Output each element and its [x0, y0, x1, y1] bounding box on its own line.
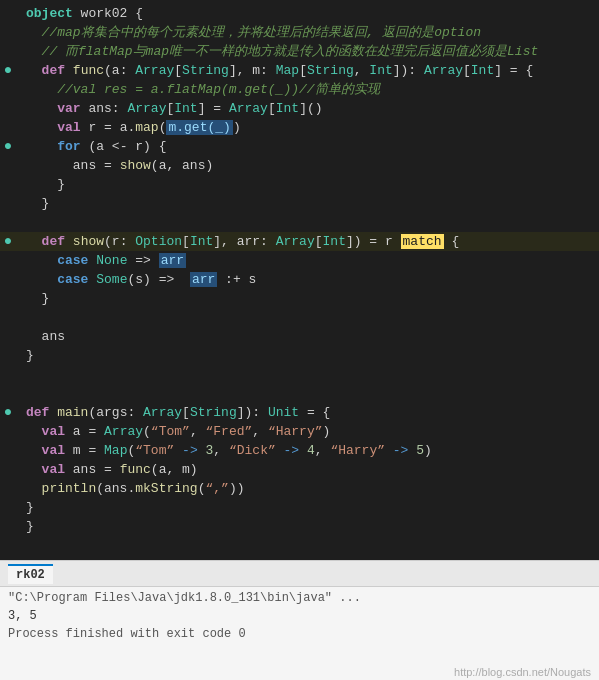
token-plain: ]) = r: [346, 234, 401, 249]
token-fn: println: [42, 481, 97, 496]
code-line: [0, 384, 599, 403]
token-plain: ans =: [26, 158, 120, 173]
token-type: Array: [143, 405, 182, 420]
token-str: “,”: [205, 481, 228, 496]
token-plain: [299, 443, 307, 458]
token-comment: //val res = a.flatMap(m.get(_))//简单的实现: [26, 82, 380, 97]
code-line: }: [0, 289, 599, 308]
run-command: "C:\Program Files\Java\jdk1.8.0_131\bin\…: [8, 591, 591, 605]
code-tokens: // 而flatMap与map唯一不一样的地方就是传入的函数在处理完后返回值必须…: [20, 42, 597, 61]
token-kw: case: [57, 272, 88, 287]
gutter-cell: ●: [0, 404, 20, 420]
code-editor: object work02 { //map将集合中的每个元素处理，并将处理后的结…: [0, 0, 599, 560]
token-plain: }: [26, 196, 49, 211]
breakpoint-dot: ●: [4, 62, 12, 78]
code-tokens: def func(a: Array[String], m: Map[String…: [20, 61, 597, 80]
token-type: Array: [104, 424, 143, 439]
output-line1: 3, 5: [8, 609, 591, 623]
token-plain: [: [315, 234, 323, 249]
token-arrow: ->: [284, 443, 300, 458]
token-type: Int: [323, 234, 346, 249]
token-plain: }: [26, 348, 34, 363]
gutter-cell: ●: [0, 62, 20, 78]
token-plain: [26, 481, 42, 496]
token-plain: [26, 443, 42, 458]
token-type: Map: [104, 443, 127, 458]
token-fn: show: [120, 158, 151, 173]
code-tokens: ans = show(a, ans): [20, 156, 597, 175]
code-line: ● for (a <- r) {: [0, 137, 599, 156]
code-tokens: val a = Array(“Tom”, “Fred”, “Harry”): [20, 422, 597, 441]
code-line: [0, 308, 599, 327]
token-plain: }: [26, 519, 34, 534]
token-plain: r = a.: [81, 120, 136, 135]
token-plain: ,: [213, 443, 229, 458]
token-type: String: [190, 405, 237, 420]
code-line: var ans: Array[Int] = Array[Int](): [0, 99, 599, 118]
code-line: }: [0, 175, 599, 194]
token-plain: (args:: [88, 405, 143, 420]
token-plain: [26, 253, 57, 268]
code-tokens: val r = a.map(m.get(_)): [20, 118, 597, 137]
token-plain: [: [463, 63, 471, 78]
token-plain: (a:: [104, 63, 135, 78]
token-type: Int: [369, 63, 392, 78]
token-kw: for: [57, 139, 80, 154]
token-str: “Harry”: [330, 443, 385, 458]
token-plain: [26, 272, 57, 287]
token-plain: }: [26, 500, 34, 515]
token-type: Array: [424, 63, 463, 78]
token-plain: [26, 120, 57, 135]
token-plain: ]):: [237, 405, 268, 420]
code-line: [0, 365, 599, 384]
token-plain: [198, 443, 206, 458]
token-plain: )): [229, 481, 245, 496]
code-line: //val res = a.flatMap(m.get(_))//简单的实现: [0, 80, 599, 99]
watermark: http://blog.csdn.net/Nougats: [454, 666, 591, 678]
token-plain: [26, 234, 42, 249]
token-plain: ] =: [198, 101, 229, 116]
token-plain: (: [143, 424, 151, 439]
token-comment: //map将集合中的每个元素处理，并将处理后的结果返回, 返回的是: [26, 25, 434, 40]
code-line: val ans = func(a, m): [0, 460, 599, 479]
bottom-tab-bar: rk02: [0, 561, 599, 587]
token-plain: [65, 234, 73, 249]
code-tokens: }: [20, 289, 597, 308]
token-fn: map: [135, 120, 158, 135]
token-str: “Dick”: [229, 443, 276, 458]
code-line: println(ans.mkString(“,”)): [0, 479, 599, 498]
token-type: Int: [190, 234, 213, 249]
token-plain: [: [299, 63, 307, 78]
token-italic-comment: option: [434, 25, 481, 40]
token-type: String: [307, 63, 354, 78]
token-kw: case: [57, 253, 88, 268]
code-tokens: }: [20, 346, 597, 365]
token-fn: show: [73, 234, 104, 249]
token-num: 5: [416, 443, 424, 458]
code-tokens: for (a <- r) {: [20, 137, 597, 156]
token-plain: [: [174, 63, 182, 78]
token-plain: ans =: [65, 462, 120, 477]
code-tokens: //val res = a.flatMap(m.get(_))//简单的实现: [20, 80, 597, 99]
token-type: None: [96, 253, 127, 268]
code-tokens: println(ans.mkString(“,”)): [20, 479, 597, 498]
token-type: Int: [471, 63, 494, 78]
code-tokens: def main(args: Array[String]): Unit = {: [20, 403, 597, 422]
code-line: ● def func(a: Array[String], m: Map[Stri…: [0, 61, 599, 80]
token-type: Int: [174, 101, 197, 116]
code-line: val a = Array(“Tom”, “Fred”, “Harry”): [0, 422, 599, 441]
code-line: ans: [0, 327, 599, 346]
code-line: object work02 {: [0, 4, 599, 23]
token-plain: [65, 63, 73, 78]
code-line: case Some(s) => arr :+ s: [0, 270, 599, 289]
token-num: 4: [307, 443, 315, 458]
bottom-panel: rk02 "C:\Program Files\Java\jdk1.8.0_131…: [0, 560, 599, 680]
token-plain: work02 {: [73, 6, 143, 21]
code-tokens: val ans = func(a, m): [20, 460, 597, 479]
run-tab[interactable]: rk02: [8, 564, 53, 584]
token-plain: ](): [299, 101, 322, 116]
token-plain: ]):: [393, 63, 424, 78]
token-plain: }: [26, 177, 65, 192]
token-arrow: ->: [393, 443, 409, 458]
code-tokens: case Some(s) => arr :+ s: [20, 270, 597, 289]
